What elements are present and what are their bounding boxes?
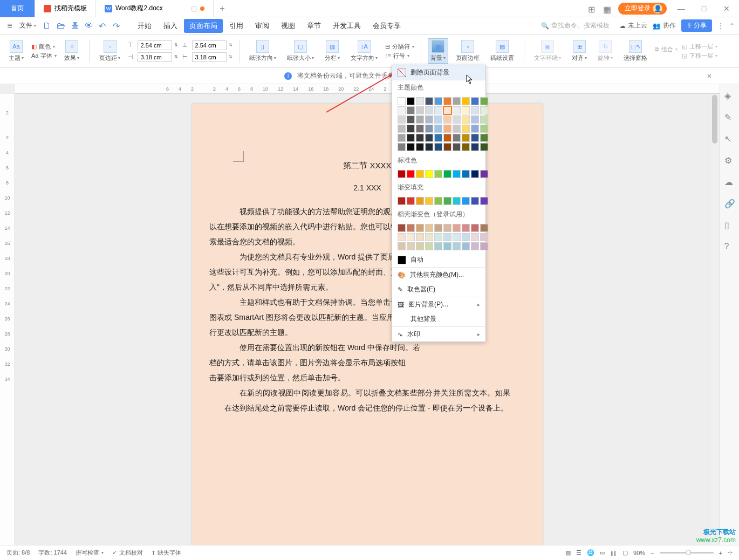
missing-font[interactable]: T缺失字体 xyxy=(152,549,181,557)
color-swatch[interactable] xyxy=(480,134,488,142)
tab-chapter[interactable]: 章节 xyxy=(302,19,326,33)
color-button[interactable]: ◧颜色▾ xyxy=(31,43,57,51)
share-button[interactable]: ⇪ 分享 xyxy=(681,19,712,32)
margin-right-input[interactable] xyxy=(192,52,227,62)
color-swatch[interactable] xyxy=(425,197,433,205)
view-web-icon[interactable]: 🌐 xyxy=(587,549,594,556)
page-indicator[interactable]: 页面: 8/8 xyxy=(6,549,30,557)
qat-save-icon[interactable]: 🗋 xyxy=(43,21,52,31)
color-swatch[interactable] xyxy=(453,143,461,151)
doc-proof[interactable]: ✓文档校对 xyxy=(112,549,143,557)
qat-redo-icon[interactable]: ↷ xyxy=(113,21,122,31)
color-swatch[interactable] xyxy=(434,224,442,232)
color-swatch[interactable] xyxy=(443,197,451,205)
size-button[interactable]: ▢纸张大小▾ xyxy=(284,40,317,62)
color-swatch[interactable] xyxy=(462,143,470,151)
search-box[interactable]: 🔍 查找命令、搜索模板 xyxy=(537,20,614,31)
color-swatch[interactable] xyxy=(434,170,442,178)
color-swatch[interactable] xyxy=(434,197,442,205)
color-swatch[interactable] xyxy=(425,97,433,105)
color-swatch[interactable] xyxy=(480,115,488,124)
color-swatch[interactable] xyxy=(453,233,461,241)
color-swatch[interactable] xyxy=(480,143,488,151)
color-swatch[interactable] xyxy=(453,242,461,250)
color-swatch[interactable] xyxy=(443,242,451,250)
vertical-scrollbar[interactable] xyxy=(711,95,719,545)
bookmark-icon[interactable]: ▯ xyxy=(724,220,735,231)
color-swatch[interactable] xyxy=(443,224,451,232)
file-menu[interactable]: 文件▾ xyxy=(16,21,39,30)
cloud-save-icon[interactable]: ☁ xyxy=(724,177,735,188)
color-swatch[interactable] xyxy=(453,115,461,124)
color-swatch[interactable] xyxy=(434,115,442,124)
close-button[interactable]: ✕ xyxy=(719,4,735,13)
tab-dev[interactable]: 开发工具 xyxy=(327,19,366,33)
margin-left-input[interactable] xyxy=(138,52,172,62)
color-swatch[interactable] xyxy=(425,233,433,241)
color-swatch[interactable] xyxy=(398,197,406,205)
hamburger-icon[interactable]: ≡ xyxy=(4,21,15,31)
watermark-item[interactable]: ∿ 水印 ▸ xyxy=(392,327,485,342)
color-swatch[interactable] xyxy=(398,242,406,250)
color-swatch[interactable] xyxy=(462,106,470,114)
color-swatch[interactable] xyxy=(453,224,461,232)
color-swatch[interactable] xyxy=(425,224,433,232)
margin-top-input[interactable] xyxy=(138,40,172,50)
link-icon[interactable]: 🔗 xyxy=(724,199,735,209)
color-swatch[interactable] xyxy=(416,170,424,178)
color-swatch[interactable] xyxy=(453,134,461,142)
tab-page-layout[interactable]: 页面布局 xyxy=(184,19,223,33)
view-focus-icon[interactable]: ▢ xyxy=(622,549,628,556)
color-swatch[interactable] xyxy=(398,233,406,241)
page-border-button[interactable]: ▫页面边框 xyxy=(453,40,483,62)
document-page[interactable]: 第二节 XXXX 2.1 XXX 视频提供了功能强大的方法帮助您证明您的观点。当… xyxy=(192,104,543,545)
color-swatch[interactable] xyxy=(471,143,479,151)
color-swatch[interactable] xyxy=(462,233,470,241)
color-swatch[interactable] xyxy=(453,197,461,205)
zoom-slider[interactable] xyxy=(660,552,714,554)
color-swatch[interactable] xyxy=(480,97,488,105)
color-swatch[interactable] xyxy=(407,170,415,178)
color-swatch[interactable] xyxy=(416,134,424,142)
color-swatch[interactable] xyxy=(398,143,406,151)
view-outline-icon[interactable]: ☰ xyxy=(576,549,581,556)
effect-button[interactable]: ○ 效果▾ xyxy=(61,40,83,62)
color-swatch[interactable] xyxy=(443,143,451,151)
color-swatch[interactable] xyxy=(407,197,415,205)
tab-start[interactable]: 开始 xyxy=(132,19,157,33)
other-bg-item[interactable]: 其他背景 xyxy=(392,312,485,327)
color-swatch[interactable] xyxy=(434,134,442,142)
color-swatch[interactable] xyxy=(471,170,479,178)
color-swatch[interactable] xyxy=(434,125,442,133)
spin-up-down[interactable]: ⇅ xyxy=(229,43,232,47)
spin-up-down[interactable]: ⇅ xyxy=(174,54,178,59)
color-swatch[interactable] xyxy=(480,106,488,114)
color-swatch[interactable] xyxy=(471,97,479,105)
group-button[interactable]: ⧉组合▾ xyxy=(655,45,678,53)
color-swatch[interactable] xyxy=(425,134,433,142)
apps-icon[interactable]: ▦ xyxy=(603,4,612,13)
view-side-icon[interactable]: ⫿⫿ xyxy=(611,550,617,556)
color-swatch[interactable] xyxy=(398,224,406,232)
color-swatch[interactable] xyxy=(471,125,479,133)
color-swatch[interactable] xyxy=(425,125,433,133)
color-swatch[interactable] xyxy=(407,143,415,151)
color-swatch[interactable] xyxy=(425,242,433,250)
horizontal-ruler[interactable]: 64224681012141618202224240 xyxy=(15,84,720,94)
color-swatch[interactable] xyxy=(453,106,461,114)
tab-review[interactable]: 审阅 xyxy=(250,19,275,33)
qat-open-icon[interactable]: 🗁 xyxy=(57,21,66,31)
tab-references[interactable]: 引用 xyxy=(224,19,249,33)
orientation-button[interactable]: ▯纸张方向▾ xyxy=(246,40,279,62)
columns-button[interactable]: ▥分栏▾ xyxy=(321,40,343,62)
color-swatch[interactable] xyxy=(407,224,415,232)
minimize-button[interactable]: — xyxy=(673,4,689,13)
color-swatch[interactable] xyxy=(416,197,424,205)
color-swatch[interactable] xyxy=(480,170,488,178)
color-swatch[interactable] xyxy=(480,224,488,232)
color-swatch[interactable] xyxy=(462,197,470,205)
margin-button[interactable]: ▫ 页边距▾ xyxy=(96,40,124,62)
align-button[interactable]: ⊞对齐▾ xyxy=(569,40,590,62)
vertical-ruler[interactable]: 2246810121416182022242628303234 xyxy=(0,94,15,545)
qat-undo-icon[interactable]: ↶ xyxy=(99,21,108,31)
